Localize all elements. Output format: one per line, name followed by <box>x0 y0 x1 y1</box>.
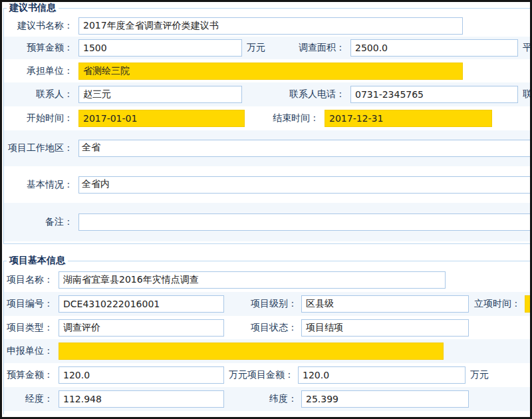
proposal-budget-input[interactable] <box>78 39 242 57</box>
proposal-name-label: 建议书名称： <box>4 20 73 32</box>
project-budget-label: 预算金额： <box>4 369 53 381</box>
project-name-row: 项目名称： <box>4 268 532 292</box>
project-code-input[interactable] <box>59 295 224 313</box>
end-date-label: 结束时间： <box>245 112 319 124</box>
declare-unit-row: 申报单位： <box>4 339 532 363</box>
undertaker-row: 承担单位： <box>4 59 532 82</box>
work-area-label: 项目工作地区： <box>4 142 73 154</box>
declare-unit-input[interactable] <box>59 343 444 360</box>
form-page: { "colors": { "highlight_yellow": "#FFD8… <box>0 0 532 419</box>
project-level-label: 项目级别： <box>224 298 297 310</box>
dates-row: 开始时间： 结束时间： <box>4 106 532 130</box>
proposal-budget-label: 预算金额： <box>4 42 73 54</box>
latitude-input[interactable] <box>301 390 469 408</box>
project-level-input[interactable] <box>301 295 469 313</box>
work-area-row: 项目工作地区： 全省 <box>4 130 532 166</box>
basic-info-row: 基本情况： 全省内 <box>4 166 532 203</box>
longitude-input[interactable] <box>59 390 224 408</box>
start-date-label: 开始时间： <box>4 112 73 124</box>
survey-area-input[interactable] <box>350 39 518 57</box>
longitude-label: 经度： <box>4 393 53 405</box>
project-code-label: 项目编号： <box>4 298 53 310</box>
proposal-name-input[interactable] <box>78 17 463 35</box>
project-amount-input[interactable] <box>298 366 466 384</box>
project-type-input[interactable] <box>59 319 224 337</box>
contact-input[interactable] <box>78 86 242 103</box>
proposal-info-section: 建议书信息 建议书名称： 预算金额： 万元 调查面积： 平方千米 承担单位： 联… <box>3 2 532 244</box>
remark-label: 备注： <box>4 216 73 228</box>
contact-phone-label: 联系人电话： <box>271 88 345 100</box>
coordinates-row: 经度： 纬度： <box>4 387 532 411</box>
project-status-input[interactable] <box>301 319 469 337</box>
remark-row: 备注： <box>4 203 532 241</box>
project-type-label: 项目类型： <box>4 322 53 334</box>
undertaker-input[interactable] <box>78 63 463 80</box>
project-type-row: 项目类型： 项目状态： <box>4 316 532 339</box>
survey-area-unit: 平方千米 <box>523 42 532 54</box>
latitude-label: 纬度： <box>224 393 297 405</box>
project-budget-unit: 万元 <box>229 369 247 381</box>
approval-time-input[interactable] <box>525 295 532 313</box>
project-section-title: 项目基本信息 <box>7 255 68 267</box>
project-amount-unit: 万元 <box>470 369 489 381</box>
work-area-textarea[interactable]: 全省 <box>78 140 531 157</box>
contact-phone-input[interactable] <box>350 86 518 103</box>
proposal-section-title: 建议书信息 <box>7 2 59 14</box>
survey-area-label: 调查面积： <box>271 42 345 54</box>
approval-time-label: 立项时间： <box>469 298 521 310</box>
project-info-section: 项目基本信息 项目名称： 项目编号： 项目级别： 立项时间： 项目类型： 项目状… <box>3 255 532 414</box>
end-date-input[interactable] <box>325 110 492 127</box>
declare-unit-label: 申报单位： <box>4 345 53 357</box>
project-budget-input[interactable] <box>59 366 224 384</box>
project-name-input[interactable] <box>59 271 446 289</box>
basic-info-textarea[interactable]: 全省内 <box>78 176 531 194</box>
project-amount-label: 项目金额： <box>247 369 294 381</box>
remark-textarea[interactable] <box>78 213 531 231</box>
proposal-budget-row: 预算金额： 万元 调查面积： 平方千米 <box>4 37 532 59</box>
undertaker-label: 承担单位： <box>4 65 73 77</box>
contact-mobile-label: 联系人手机 <box>523 88 532 100</box>
project-money-row: 预算金额： 万元 项目金额： 万元 <box>4 363 532 387</box>
project-name-label: 项目名称： <box>4 274 53 286</box>
proposal-name-row: 建议书名称： <box>4 15 532 37</box>
start-date-input[interactable] <box>78 110 245 127</box>
proposal-budget-unit: 万元 <box>247 42 271 54</box>
contact-row: 联系人： 联系人电话： 联系人手机 <box>4 82 532 106</box>
project-code-row: 项目编号： 项目级别： 立项时间： <box>4 292 532 316</box>
contact-label: 联系人： <box>4 88 73 100</box>
project-status-label: 项目状态： <box>224 322 297 334</box>
basic-info-label: 基本情况： <box>4 179 73 191</box>
